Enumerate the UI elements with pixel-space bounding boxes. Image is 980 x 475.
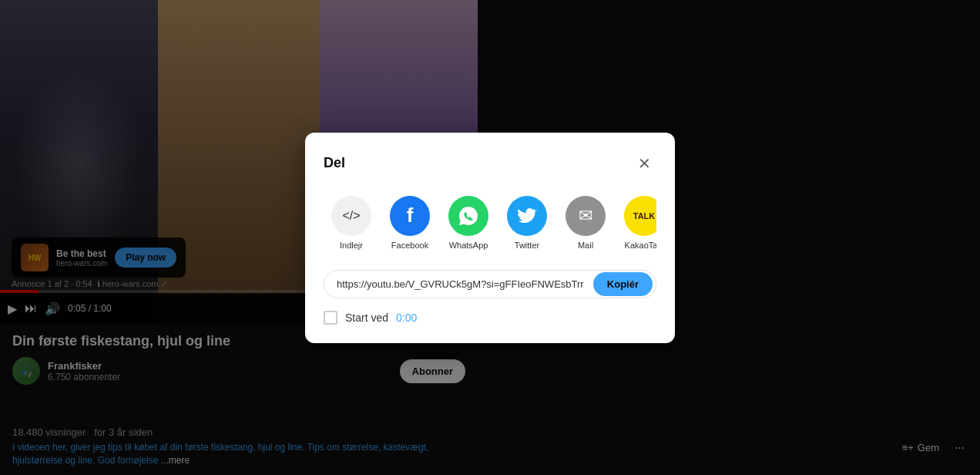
modal-overlay: Del ✕ </> Indlejr f Facebook	[0, 0, 980, 475]
modal-title: Del	[324, 155, 345, 171]
embed-label: Indlejr	[340, 241, 363, 250]
share-item-twitter[interactable]: Twitter	[499, 191, 555, 254]
start-at-row: Start ved 0:00	[324, 311, 656, 325]
twitter-icon	[507, 196, 547, 236]
facebook-icon: f	[390, 196, 430, 236]
whatsapp-label: WhatsApp	[449, 241, 488, 250]
embed-icon: </>	[331, 196, 371, 236]
whatsapp-icon	[448, 196, 488, 236]
share-item-embed[interactable]: </> Indlejr	[324, 191, 379, 254]
mail-icon: ✉	[566, 196, 606, 236]
mail-label: Mail	[578, 241, 593, 250]
start-at-checkbox[interactable]	[324, 311, 337, 325]
copy-button[interactable]: Kopiér	[593, 272, 653, 296]
kakao-icon: TALK	[624, 196, 656, 236]
share-item-mail[interactable]: ✉ Mail	[558, 191, 613, 254]
share-modal: Del ✕ </> Indlejr f Facebook	[305, 133, 675, 343]
modal-header: Del ✕	[324, 151, 656, 176]
start-at-label: Start ved	[345, 312, 388, 324]
share-url-input[interactable]	[337, 278, 586, 290]
share-item-facebook[interactable]: f Facebook	[382, 191, 438, 254]
start-at-time: 0:00	[396, 312, 417, 324]
url-bar-row: Kopiér	[324, 270, 656, 298]
share-icons-row: </> Indlejr f Facebook WhatsApp	[324, 191, 656, 254]
twitter-label: Twitter	[515, 241, 539, 250]
modal-close-button[interactable]: ✕	[632, 151, 656, 176]
kakao-label: KakaoTalk	[625, 241, 656, 250]
facebook-label: Facebook	[391, 241, 428, 250]
share-item-kakao[interactable]: TALK KakaoTalk	[616, 191, 656, 254]
share-item-whatsapp[interactable]: WhatsApp	[441, 191, 496, 254]
